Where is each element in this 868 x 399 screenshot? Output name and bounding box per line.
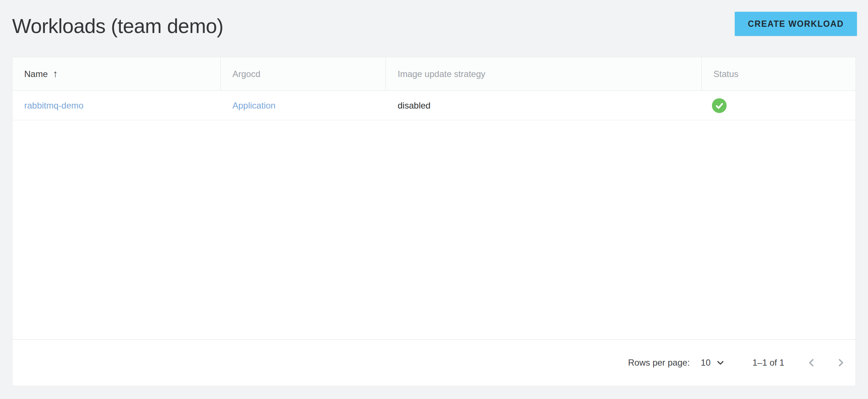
column-header-image-update-strategy: Image update strategy [386, 57, 702, 91]
pagination: Rows per page: 10 1–1 of 1 [628, 356, 856, 369]
column-header-argocd-label: Argocd [232, 69, 260, 79]
column-header-argocd: Argocd [221, 57, 386, 91]
pagination-range: 1–1 of 1 [752, 358, 784, 368]
sort-ascending-icon: ↑ [53, 69, 58, 79]
topbar: Workloads (team demo) CREATE WORKLOAD [0, 0, 868, 57]
cell-image-update-strategy: disabled [386, 100, 702, 111]
rows-per-page-select[interactable]: 10 [701, 357, 726, 368]
table-empty-area [12, 120, 856, 339]
rows-per-page-label: Rows per page: [628, 358, 690, 368]
create-workload-button[interactable]: CREATE WORKLOAD [735, 12, 857, 36]
argocd-application-link[interactable]: Application [232, 100, 275, 111]
cell-name: rabbitmq-demo [12, 100, 221, 111]
chevron-right-icon [834, 356, 847, 369]
chevron-down-icon [715, 357, 726, 368]
rows-per-page-value: 10 [701, 358, 711, 368]
image-update-strategy-value: disabled [398, 100, 430, 111]
status-success-check-circle-icon [712, 98, 727, 113]
column-header-status: Status [702, 57, 856, 91]
previous-page-button[interactable] [805, 356, 818, 369]
chevron-left-icon [805, 356, 818, 369]
workload-name-link[interactable]: rabbitmq-demo [24, 100, 83, 111]
table-footer: Rows per page: 10 1–1 of 1 [12, 339, 856, 386]
table-row: rabbitmq-demo Application disabled [12, 91, 856, 120]
cell-status [702, 98, 856, 113]
cell-argocd: Application [221, 100, 386, 111]
table-header-row: Name ↑ Argocd Image update strategy Stat… [12, 57, 856, 91]
column-header-name-label: Name [24, 69, 48, 79]
column-header-image-update-strategy-label: Image update strategy [398, 69, 485, 79]
page-title: Workloads (team demo) [12, 15, 223, 38]
next-page-button[interactable] [834, 356, 847, 369]
column-header-name[interactable]: Name ↑ [12, 57, 221, 91]
column-header-status-label: Status [713, 69, 738, 79]
workloads-table: Name ↑ Argocd Image update strategy Stat… [12, 57, 856, 386]
